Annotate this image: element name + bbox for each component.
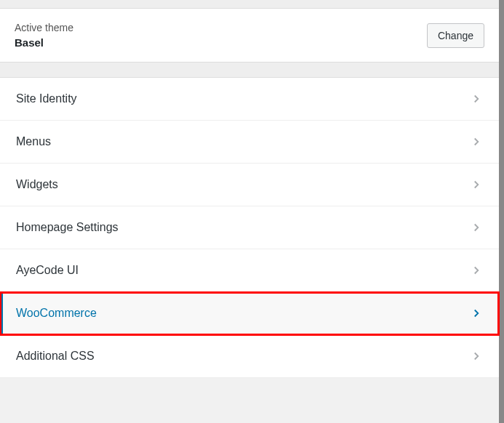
chevron-right-icon [470, 307, 483, 320]
menu-label: Widgets [16, 178, 58, 191]
menu-label: Additional CSS [16, 350, 95, 363]
change-theme-button[interactable]: Change [427, 23, 484, 48]
top-bar [0, 0, 499, 9]
menu-item-ayecode-ui[interactable]: AyeCode UI [0, 249, 499, 292]
menu-label: Menus [16, 135, 51, 148]
menu-item-widgets[interactable]: Widgets [0, 164, 499, 206]
menu-label: AyeCode UI [16, 264, 79, 277]
customizer-menu: Site Identity Menus Widgets Homepage Set… [0, 78, 499, 378]
spacer [0, 62, 499, 78]
menu-label: Homepage Settings [16, 221, 119, 234]
menu-item-site-identity[interactable]: Site Identity [0, 78, 499, 121]
menu-label: WooCommerce [16, 307, 97, 320]
chevron-right-icon [470, 350, 483, 363]
menu-item-homepage-settings[interactable]: Homepage Settings [0, 206, 499, 249]
theme-name: Basel [15, 36, 73, 49]
theme-header: Active theme Basel Change [0, 9, 499, 62]
menu-item-menus[interactable]: Menus [0, 121, 499, 164]
menu-label: Site Identity [16, 92, 77, 105]
chevron-right-icon [470, 264, 483, 277]
chevron-right-icon [470, 178, 483, 191]
chevron-right-icon [470, 92, 483, 105]
theme-info: Active theme Basel [15, 22, 73, 49]
menu-item-woocommerce[interactable]: WooCommerce [0, 292, 499, 335]
chevron-right-icon [470, 221, 483, 234]
chevron-right-icon [470, 135, 483, 148]
menu-item-additional-css[interactable]: Additional CSS [0, 335, 499, 378]
theme-label: Active theme [15, 22, 73, 33]
scrollbar[interactable] [499, 0, 504, 423]
